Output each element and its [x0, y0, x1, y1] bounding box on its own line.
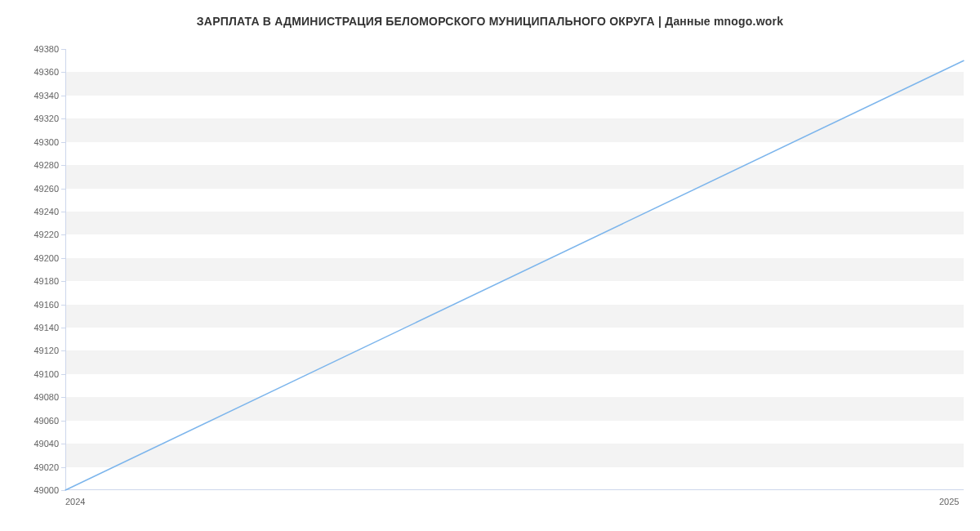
- y-tick-mark: [61, 281, 65, 282]
- y-tick-mark: [61, 49, 65, 50]
- line-svg: [65, 49, 964, 490]
- chart-container: ЗАРПЛАТА В АДМИНИСТРАЦИЯ БЕЛОМОРСКОГО МУ…: [0, 0, 980, 531]
- y-tick-mark: [61, 421, 65, 422]
- chart-title: ЗАРПЛАТА В АДМИНИСТРАЦИЯ БЕЛОМОРСКОГО МУ…: [0, 15, 980, 28]
- y-tick-mark: [61, 96, 65, 96]
- plot-area: 4900049020490404906049080491004912049140…: [65, 49, 964, 490]
- x-tick-label: 2025: [939, 490, 959, 506]
- y-tick-mark: [61, 258, 65, 259]
- x-tick-label: 2024: [65, 490, 85, 506]
- y-tick-mark: [61, 118, 65, 119]
- y-tick-mark: [61, 467, 65, 468]
- y-tick-mark: [61, 374, 65, 375]
- y-tick-mark: [61, 234, 65, 235]
- y-tick-mark: [61, 350, 65, 351]
- y-tick-mark: [61, 305, 65, 306]
- y-tick-mark: [61, 142, 65, 143]
- y-tick-mark: [61, 72, 65, 73]
- y-tick-mark: [61, 165, 65, 166]
- y-tick-mark: [61, 328, 65, 328]
- y-tick-mark: [61, 189, 65, 190]
- y-tick-mark: [61, 212, 65, 212]
- y-tick-mark: [61, 444, 65, 444]
- y-tick-mark: [61, 397, 65, 398]
- series-line: [65, 60, 964, 490]
